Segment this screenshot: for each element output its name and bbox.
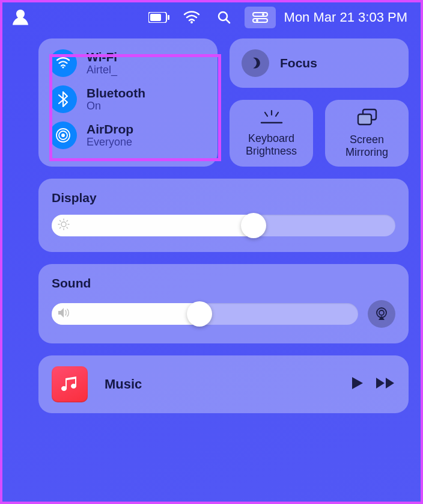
bluetooth-icon bbox=[49, 85, 77, 113]
svg-rect-8 bbox=[253, 19, 267, 22]
airdrop-toggle[interactable]: AirDrop Everyone bbox=[49, 121, 207, 149]
keyboard-brightness-icon bbox=[259, 109, 284, 128]
user-silhouette-icon[interactable] bbox=[8, 8, 32, 27]
airdrop-icon bbox=[49, 121, 77, 149]
svg-rect-19 bbox=[358, 114, 371, 124]
speaker-icon bbox=[58, 307, 71, 321]
keyboard-brightness-button[interactable]: Keyboard Brightness bbox=[230, 100, 313, 167]
svg-line-27 bbox=[67, 221, 68, 222]
svg-rect-6 bbox=[253, 13, 267, 16]
display-card: Display bbox=[38, 179, 409, 252]
brightness-icon bbox=[58, 218, 70, 233]
next-button[interactable] bbox=[375, 376, 395, 392]
keyboard-brightness-label: Keyboard Brightness bbox=[246, 132, 297, 157]
play-button[interactable] bbox=[351, 376, 364, 393]
svg-point-11 bbox=[61, 134, 65, 137]
screen-mirroring-icon bbox=[356, 108, 379, 129]
svg-line-28 bbox=[60, 227, 61, 229]
svg-rect-1 bbox=[150, 14, 161, 21]
sound-label: Sound bbox=[52, 276, 395, 290]
control-center-icon[interactable] bbox=[245, 7, 276, 28]
svg-point-29 bbox=[379, 310, 384, 315]
svg-point-10 bbox=[62, 66, 64, 68]
bluetooth-label: Bluetooth bbox=[87, 86, 145, 100]
svg-line-5 bbox=[226, 19, 230, 23]
svg-point-20 bbox=[61, 222, 66, 227]
airdrop-status: Everyone bbox=[87, 136, 133, 149]
menubar-datetime[interactable]: Mon Mar 21 3:03 PM bbox=[284, 10, 415, 25]
airplay-audio-button[interactable] bbox=[368, 300, 395, 328]
moon-icon bbox=[242, 49, 269, 77]
bluetooth-status: On bbox=[87, 100, 145, 112]
focus-label: Focus bbox=[280, 56, 317, 70]
svg-line-26 bbox=[67, 227, 68, 229]
wifi-icon[interactable] bbox=[180, 8, 204, 27]
network-card: Wi-Fi Airtel_ Bluetooth On AirDrop bbox=[38, 38, 218, 167]
focus-button[interactable]: Focus bbox=[230, 38, 409, 88]
display-slider[interactable] bbox=[52, 215, 395, 236]
svg-point-3 bbox=[190, 21, 193, 23]
svg-line-16 bbox=[276, 112, 278, 116]
screen-mirroring-button[interactable]: Screen Mirroring bbox=[325, 100, 409, 167]
screen-mirroring-label: Screen Mirroring bbox=[345, 134, 388, 158]
svg-line-25 bbox=[60, 221, 61, 222]
svg-line-15 bbox=[265, 112, 267, 116]
svg-point-7 bbox=[262, 13, 264, 16]
airplay-icon bbox=[374, 306, 389, 322]
sound-slider[interactable] bbox=[52, 303, 358, 325]
music-label: Music bbox=[105, 376, 334, 392]
music-card[interactable]: Music bbox=[38, 355, 409, 413]
wifi-label: Wi-Fi bbox=[87, 50, 117, 64]
bluetooth-toggle[interactable]: Bluetooth On bbox=[49, 85, 207, 113]
display-label: Display bbox=[52, 191, 395, 205]
svg-rect-2 bbox=[168, 15, 169, 20]
wifi-toggle[interactable]: Wi-Fi Airtel_ bbox=[49, 49, 207, 77]
sound-card: Sound bbox=[38, 264, 409, 343]
wifi-status: Airtel_ bbox=[87, 64, 117, 76]
svg-point-9 bbox=[256, 19, 258, 22]
battery-icon[interactable] bbox=[147, 8, 171, 27]
wifi-icon bbox=[49, 49, 77, 77]
airdrop-label: AirDrop bbox=[87, 122, 133, 137]
control-center-panel: Wi-Fi Airtel_ Bluetooth On AirDrop bbox=[38, 38, 409, 413]
music-app-icon bbox=[52, 366, 88, 402]
search-icon[interactable] bbox=[212, 8, 236, 27]
